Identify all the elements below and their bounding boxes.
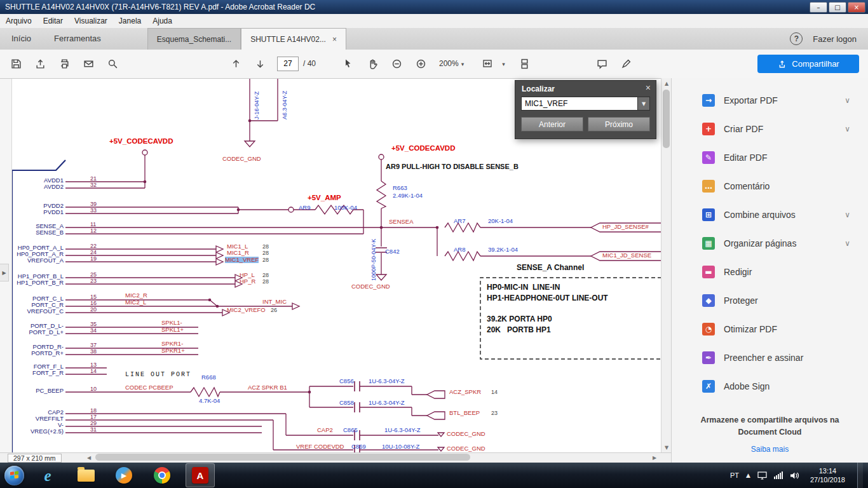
highlight-tool-button[interactable] [614, 52, 638, 75]
menu-editar[interactable]: Editar [37, 17, 69, 25]
learn-more-link[interactable]: Saiba mais [672, 445, 868, 454]
taskbar-clock[interactable]: 13:14 27/10/2018 [810, 466, 845, 485]
upload-button[interactable] [28, 52, 52, 75]
hand-tool-button[interactable] [360, 52, 384, 75]
tool-item-exportar-pdf[interactable]: → Exportar PDF ∨ [672, 86, 868, 114]
page-size-label: 297 x 210 mm [8, 454, 62, 463]
show-desktop-button[interactable] [857, 463, 863, 488]
tool-item-adobe-sign[interactable]: ✗ Adobe Sign [672, 372, 868, 400]
share-button[interactable]: Compartilhar [757, 55, 859, 73]
menu-arquivo[interactable]: Arquivo [0, 17, 37, 25]
taskbar-item-internet-explorer[interactable]: e [33, 463, 62, 487]
upload-icon [35, 58, 46, 69]
hidden-icons-arrow[interactable]: ▲ [746, 472, 750, 478]
tool-item-organizar-paginas[interactable]: ▦ Organizar páginas ∨ [672, 229, 868, 257]
tool-label: Criar PDF [724, 124, 763, 134]
nav-pane-expand-handle[interactable]: ▶ [0, 264, 9, 281]
tool-item-redigir[interactable]: ▬ Redigir [672, 257, 868, 286]
horizontal-scrollbar[interactable]: ◀ ▶ [84, 453, 660, 462]
tool-item-comentario[interactable]: … Comentário [672, 172, 868, 200]
tab-inicio[interactable]: Início [0, 28, 43, 50]
tool-label: Redigir [724, 267, 752, 277]
scrolling-pages-icon [519, 58, 530, 69]
find-button[interactable] [100, 52, 125, 75]
tool-item-combine-arquivos[interactable]: ⊞ Combine arquivos ∨ [672, 200, 868, 229]
page-display-button[interactable] [513, 52, 537, 75]
clock-date: 27/10/2018 [810, 475, 845, 484]
chevron-down-icon[interactable]: ∨ [844, 125, 850, 133]
tab-ferramentas[interactable]: Ferramentas [43, 28, 112, 50]
fit-width-button[interactable] [475, 52, 499, 75]
doc-tab-esquema[interactable]: Esquema_Schemati... [147, 28, 241, 50]
network-icon[interactable] [774, 472, 783, 479]
find-dialog[interactable]: Localizar × ▼ Anterior Próximo [515, 80, 656, 139]
maximize-button[interactable]: □ [829, 2, 846, 13]
fit-caret-icon[interactable]: ▾ [502, 61, 505, 67]
taskbar: e ▶ A PT ▲ 13:14 27/10/2018 [0, 463, 868, 488]
search-icon [107, 58, 118, 69]
find-previous-button[interactable]: Anterior [521, 117, 583, 132]
tool-item-editar-pdf[interactable]: ✎ Editar PDF [672, 143, 868, 172]
scroll-left-icon[interactable]: ◀ [84, 453, 94, 462]
page-count-label: / 40 [303, 59, 316, 68]
scroll-up-icon[interactable]: ▲ [661, 78, 672, 88]
zoom-out-button[interactable] [384, 52, 409, 75]
screen: AVDD1AVDD2PVDD2PVDD1SENSE_ASENSE_BHP0_PO… [0, 0, 868, 488]
tool-item-proteger[interactable]: ◆ Proteger [672, 286, 868, 315]
print-button[interactable] [52, 52, 76, 75]
tool-item-preencher-assinar[interactable]: ✒ Preencher e assinar [672, 343, 868, 372]
chevron-down-icon[interactable]: ∨ [844, 239, 850, 248]
tools-panel: → Exportar PDF ∨ + Criar PDF ∨ ✎ Editar … [671, 78, 868, 463]
taskbar-item-media-player[interactable]: ▶ [109, 463, 139, 487]
display-icon[interactable] [757, 471, 767, 480]
find-history-dropdown[interactable]: ▼ [638, 97, 650, 111]
zoom-caret-icon[interactable]: ▾ [461, 61, 465, 67]
chevron-down-icon[interactable]: ∨ [844, 210, 850, 219]
find-input[interactable] [521, 97, 638, 111]
taskbar-item-acrobat-active[interactable]: A [186, 463, 215, 487]
tool-label: Preencher e assinar [724, 353, 803, 363]
find-next-button[interactable]: Próximo [588, 117, 650, 132]
zoom-level[interactable]: 200% [439, 59, 459, 68]
doc-tab-shuttle-active[interactable]: SHUTTLE A14HV02... × [241, 28, 346, 50]
toolbar-nav-group: / 40 200% ▾ ▾ [224, 50, 537, 78]
save-button[interactable] [4, 52, 28, 75]
page-number-input[interactable] [277, 57, 299, 71]
vertical-scroll-thumb[interactable] [663, 90, 670, 148]
menu-ajuda[interactable]: Ajuda [147, 17, 178, 25]
tab-bar: Início Ferramentas Esquema_Schemati... S… [0, 28, 868, 50]
sign-in-link[interactable]: Fazer logon [813, 34, 857, 44]
next-page-button[interactable] [248, 52, 272, 75]
menu-visualizar[interactable]: Visualizar [69, 17, 113, 25]
help-icon[interactable]: ? [790, 32, 803, 45]
comment-tool-button[interactable] [590, 52, 614, 75]
chevron-down-icon[interactable]: ∨ [844, 96, 850, 105]
volume-icon[interactable] [790, 471, 799, 480]
arrow-up-icon [231, 58, 241, 69]
tool-label: Otimizar PDF [724, 324, 777, 334]
redact-icon: ▬ [702, 266, 715, 278]
close-button[interactable]: × [848, 2, 865, 13]
minimize-button[interactable]: – [810, 2, 827, 13]
tool-item-criar-pdf[interactable]: + Criar PDF ∨ [672, 114, 868, 143]
taskbar-item-explorer[interactable] [71, 463, 100, 487]
create-pdf-icon: + [702, 123, 715, 135]
zoom-in-button[interactable] [409, 52, 433, 75]
vertical-scrollbar[interactable]: ▲ ▼ [661, 78, 671, 452]
scroll-down-icon[interactable]: ▼ [661, 442, 672, 452]
clock-time: 13:14 [810, 466, 845, 475]
previous-page-button[interactable] [224, 52, 248, 75]
horizontal-scroll-thumb[interactable] [95, 454, 470, 461]
tool-item-otimizar-pdf[interactable]: ◔ Otimizar PDF [672, 315, 868, 343]
menu-janela[interactable]: Janela [113, 17, 147, 25]
email-button[interactable] [76, 52, 100, 75]
scroll-right-icon[interactable]: ▶ [649, 453, 660, 462]
select-tool-button[interactable] [336, 52, 360, 75]
title-bar[interactable]: SHUTTLE A14HV02 A14HV0X (71R-A14HV6-T821… [0, 0, 868, 14]
language-indicator[interactable]: PT [730, 471, 739, 479]
taskbar-item-chrome[interactable] [147, 463, 177, 487]
start-button[interactable] [4, 466, 24, 485]
tool-label: Adobe Sign [724, 381, 770, 391]
find-close-icon[interactable]: × [646, 83, 651, 93]
tab-close-icon[interactable]: × [332, 35, 337, 44]
